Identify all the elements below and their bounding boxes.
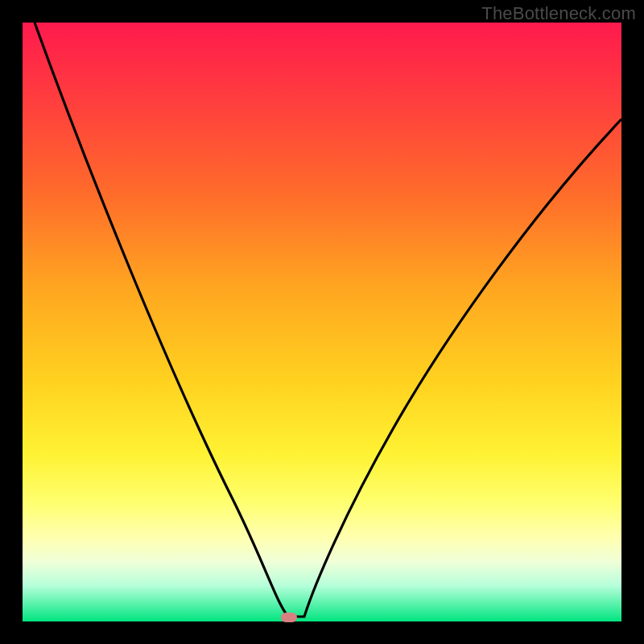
bottleneck-curve	[23, 23, 621, 621]
plot-area	[23, 23, 621, 621]
optimal-point-marker	[281, 613, 297, 622]
chart-frame: TheBottleneck.com	[0, 0, 644, 644]
curve-path	[35, 23, 621, 617]
watermark-text: TheBottleneck.com	[481, 3, 636, 24]
